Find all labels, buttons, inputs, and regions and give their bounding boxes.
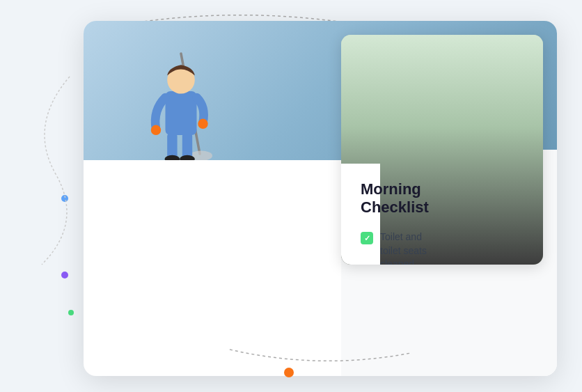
dot-blue <box>61 195 68 202</box>
main-card: Morning Checklist ✓Toilet and toilet sea… <box>84 21 557 376</box>
dot-orange <box>284 368 294 377</box>
svg-point-3 <box>151 125 161 135</box>
svg-point-4 <box>198 119 207 129</box>
deco-left-curves <box>14 70 84 279</box>
dot-green <box>68 310 74 315</box>
svg-rect-2 <box>166 91 197 135</box>
svg-point-8 <box>165 155 180 160</box>
item-content: Toilet and toilet seats cleaned, disinfe… <box>380 230 439 265</box>
cleaner-left-figure <box>125 35 237 160</box>
scene: Morning Checklist ✓Toilet and toilet sea… <box>0 0 582 392</box>
item-text: Toilet and toilet seats cleaned, disinfe… <box>380 230 439 265</box>
checkmark-icon: ✓ <box>364 234 370 243</box>
photo-right-card: Morning Checklist ✓Toilet and toilet sea… <box>341 35 543 265</box>
checklist-area: Morning Checklist ✓Toilet and toilet sea… <box>341 164 380 265</box>
dot-purple <box>61 272 68 279</box>
checkbox[interactable]: ✓ <box>361 232 373 244</box>
